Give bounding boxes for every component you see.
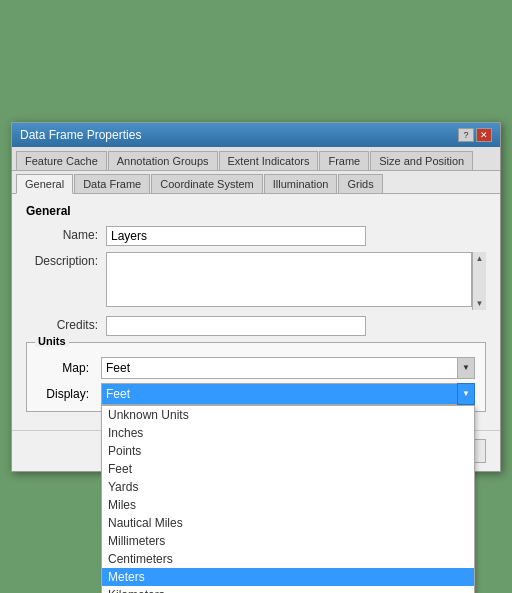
dropdown-item-yards[interactable]: Yards — [102, 478, 474, 496]
name-field-wrapper — [106, 226, 486, 246]
units-group-label: Units — [35, 335, 69, 347]
tab-size-position[interactable]: Size and Position — [370, 151, 473, 170]
name-label: Name: — [26, 226, 106, 242]
tab-annotation-groups[interactable]: Annotation Groups — [108, 151, 218, 170]
description-textarea-wrapper: ▲ ▼ — [106, 252, 486, 310]
content-area: General Name: Description: ▲ ▼ — [12, 194, 500, 430]
section-title: General — [26, 204, 486, 218]
map-select[interactable]: Feet — [101, 357, 475, 379]
display-units-label: Display: — [37, 387, 97, 401]
name-row: Name: — [26, 226, 486, 246]
units-group: Units Map: Feet ▼ Display: Feet — [26, 342, 486, 412]
scroll-up-icon[interactable]: ▲ — [474, 252, 486, 265]
dropdown-item-inches[interactable]: Inches — [102, 424, 474, 442]
help-button[interactable]: ? — [458, 128, 474, 142]
credits-label: Credits: — [26, 316, 106, 332]
map-dropdown-arrow[interactable]: ▼ — [457, 357, 475, 379]
dropdown-item-centimeters[interactable]: Centimeters — [102, 550, 474, 568]
display-dropdown-list[interactable]: Unknown Units Inches Points Feet Yards M… — [101, 405, 475, 594]
dropdown-item-points[interactable]: Points — [102, 442, 474, 460]
display-select-wrapper: Feet ▼ — [101, 383, 475, 405]
tab-extent-indicators[interactable]: Extent Indicators — [219, 151, 319, 170]
description-label: Description: — [26, 252, 106, 268]
tab-general[interactable]: General — [16, 174, 73, 194]
tab-frame[interactable]: Frame — [319, 151, 369, 170]
display-select[interactable]: Feet — [101, 383, 475, 405]
description-row: Description: ▲ ▼ — [26, 252, 486, 310]
tab-grids[interactable]: Grids — [338, 174, 382, 193]
dropdown-item-meters[interactable]: Meters — [102, 568, 474, 586]
dropdown-item-unknown-units[interactable]: Unknown Units — [102, 406, 474, 424]
credits-field-wrapper — [106, 316, 486, 336]
dropdown-item-millimeters[interactable]: Millimeters — [102, 532, 474, 550]
tab-coordinate-system[interactable]: Coordinate System — [151, 174, 263, 193]
tab-data-frame[interactable]: Data Frame — [74, 174, 150, 193]
tab-feature-cache[interactable]: Feature Cache — [16, 151, 107, 170]
title-bar: Data Frame Properties ? ✕ — [12, 123, 500, 147]
description-field-wrapper: ▲ ▼ — [106, 252, 486, 310]
dropdown-item-miles[interactable]: Miles — [102, 496, 474, 514]
close-button[interactable]: ✕ — [476, 128, 492, 142]
title-bar-controls: ? ✕ — [458, 128, 492, 142]
dropdown-item-feet[interactable]: Feet — [102, 460, 474, 478]
credits-row: Credits: — [26, 316, 486, 336]
display-dropdown-container: Feet ▼ Unknown Units Inches Points Feet … — [101, 383, 475, 405]
description-scrollbar[interactable]: ▲ ▼ — [472, 252, 486, 310]
tab-row-2: General Data Frame Coordinate System Ill… — [12, 171, 500, 194]
dialog-title: Data Frame Properties — [20, 128, 141, 142]
dialog-window: Data Frame Properties ? ✕ Feature Cache … — [11, 122, 501, 472]
tab-illumination[interactable]: Illumination — [264, 174, 338, 193]
dropdown-item-nautical-miles[interactable]: Nautical Miles — [102, 514, 474, 532]
units-grid: Map: Feet ▼ Display: Feet ▼ — [37, 357, 475, 405]
name-input[interactable] — [106, 226, 366, 246]
map-select-wrapper: Feet ▼ — [101, 357, 475, 379]
dropdown-item-kilometers[interactable]: Kilometers — [102, 586, 474, 594]
map-units-label: Map: — [37, 361, 97, 375]
scroll-down-icon[interactable]: ▼ — [474, 297, 486, 310]
credits-input[interactable] — [106, 316, 366, 336]
description-textarea[interactable] — [106, 252, 472, 307]
tab-row-1: Feature Cache Annotation Groups Extent I… — [12, 147, 500, 171]
display-dropdown-arrow[interactable]: ▼ — [457, 383, 475, 405]
